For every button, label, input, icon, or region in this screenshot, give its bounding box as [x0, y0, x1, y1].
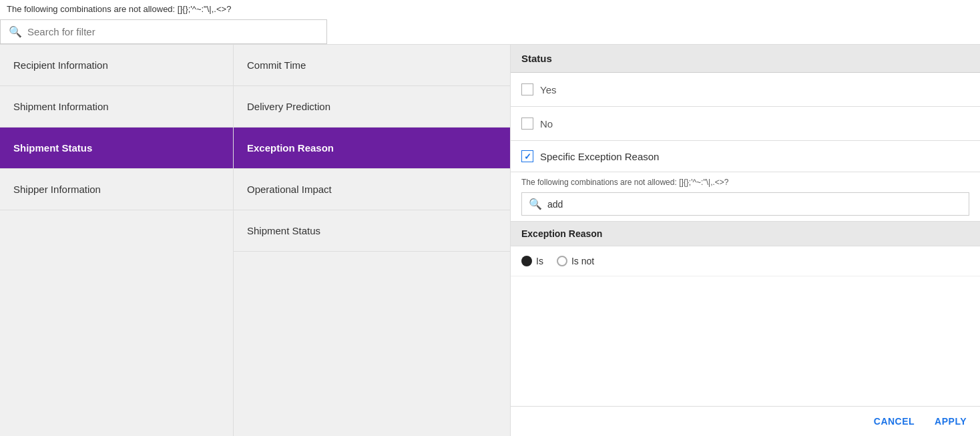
no-checkbox-row[interactable]: No — [511, 107, 980, 141]
exception-reason-header: Exception Reason — [511, 221, 980, 246]
top-warning-text: The following combinations are not allow… — [0, 0, 980, 17]
yes-checkbox-row[interactable]: Yes — [511, 73, 980, 107]
content-area: Recipient Information Shipment Informati… — [0, 44, 980, 436]
subcategory-commit-time[interactable]: Commit Time — [234, 45, 510, 86]
yes-checkbox[interactable] — [521, 83, 533, 95]
radio-row: Is Is not — [511, 246, 980, 276]
radio-is-option[interactable]: Is — [521, 256, 543, 266]
no-label[interactable]: No — [540, 118, 553, 130]
cancel-button[interactable]: CANCEL — [874, 416, 915, 427]
subcategory-exception-reason[interactable]: Exception Reason — [234, 128, 510, 169]
specific-exception-checkbox[interactable] — [521, 150, 533, 162]
search-bar: 🔍 — [0, 19, 327, 44]
apply-button[interactable]: APPLY — [935, 416, 967, 427]
category-shipment-status[interactable]: Shipment Status — [0, 128, 233, 169]
sub-warning-text: The following combinations are not allow… — [511, 172, 980, 190]
bottom-actions: CANCEL APPLY — [511, 406, 980, 436]
subcategory-shipment-status[interactable]: Shipment Status — [234, 210, 510, 252]
radio-is-filled-dot — [521, 256, 532, 266]
category-shipper-information[interactable]: Shipper Information — [0, 169, 233, 210]
category-shipment-information[interactable]: Shipment Information — [0, 86, 233, 128]
sub-search-bar: 🔍 — [521, 192, 969, 216]
subcategory-delivery-prediction[interactable]: Delivery Prediction — [234, 86, 510, 128]
sub-search-input[interactable] — [547, 199, 962, 210]
search-input[interactable] — [27, 26, 318, 37]
yes-label[interactable]: Yes — [540, 84, 556, 95]
search-icon: 🔍 — [9, 25, 22, 38]
radio-is-not-option[interactable]: Is not — [557, 256, 594, 266]
radio-is-label: Is — [536, 256, 543, 266]
category-recipient-information[interactable]: Recipient Information — [0, 45, 233, 86]
right-panel: Status Yes No Specific Exception Reason … — [511, 45, 980, 436]
subcategory-operational-impact[interactable]: Operational Impact — [234, 169, 510, 210]
no-checkbox[interactable] — [521, 118, 533, 130]
main-container: The following combinations are not allow… — [0, 0, 980, 436]
sub-search-icon: 🔍 — [529, 198, 542, 210]
specific-exception-row[interactable]: Specific Exception Reason — [511, 141, 980, 172]
left-column: Recipient Information Shipment Informati… — [0, 45, 234, 436]
specific-exception-label[interactable]: Specific Exception Reason — [540, 151, 659, 162]
status-header: Status — [511, 45, 980, 73]
middle-column: Commit Time Delivery Prediction Exceptio… — [234, 45, 511, 436]
radio-is-not-label: Is not — [571, 256, 594, 266]
radio-is-not-empty-dot — [557, 256, 567, 266]
